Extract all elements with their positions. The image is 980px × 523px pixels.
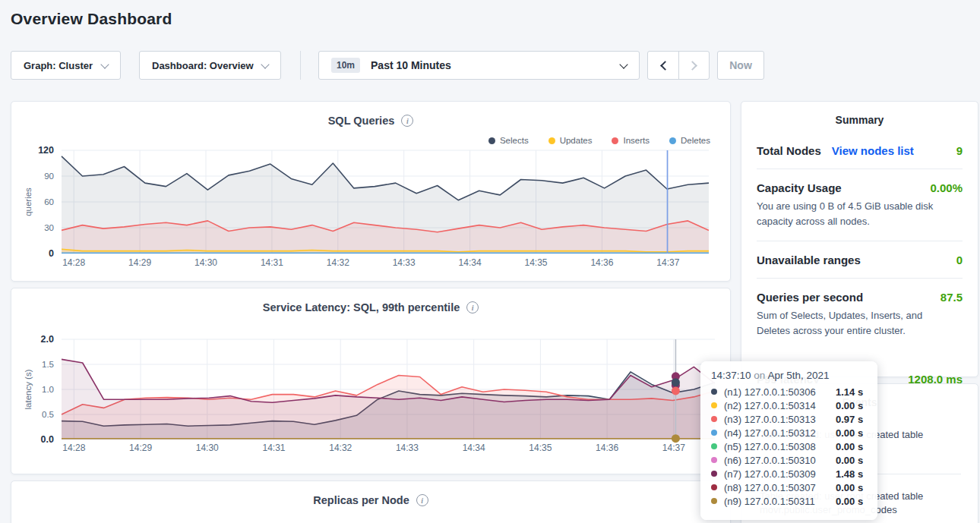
info-icon[interactable]: i xyxy=(416,494,428,506)
now-button-label: Now xyxy=(729,59,752,71)
capacity-usage-desc: You are using 0 B of 4.5 GiB usable disk… xyxy=(757,199,959,229)
info-icon[interactable]: i xyxy=(401,115,413,127)
svg-text:14:35: 14:35 xyxy=(529,443,552,453)
svg-text:14:35: 14:35 xyxy=(525,257,548,268)
service-latency-chart[interactable]: 0.00.51.01.52.014:2814:2914:3014:3114:32… xyxy=(22,331,729,465)
svg-text:14:36: 14:36 xyxy=(590,257,613,268)
legend-dot-icon xyxy=(488,137,495,144)
node-latency-value: 0.00 s xyxy=(836,482,863,493)
node-address: (n3) 127.0.0.1:50313 xyxy=(724,414,836,425)
sql-queries-card: SQL Queries i SelectsUpdatesInsertsDelet… xyxy=(11,101,731,282)
summary-row-total-nodes: Total Nodes View nodes list 9 xyxy=(757,126,963,157)
svg-text:0: 0 xyxy=(49,248,54,259)
tooltip-node-row: (n9) 127.0.0.1:503110.00 s xyxy=(711,494,868,508)
sql-queries-title: SQL Queries xyxy=(328,115,395,127)
node-color-dot-icon xyxy=(711,416,717,422)
tooltip-node-row: (n6) 127.0.0.1:503100.00 s xyxy=(711,453,868,467)
service-latency-title: Service Latency: SQL, 99th percentile xyxy=(263,301,460,313)
node-address: (n4) 127.0.0.1:50312 xyxy=(724,427,836,439)
node-color-dot-icon xyxy=(711,389,717,395)
svg-text:0.0: 0.0 xyxy=(41,434,54,445)
dashboard-controls: Graph: Cluster Dashboard: Overview 10m P… xyxy=(11,51,764,80)
info-icon[interactable]: i xyxy=(466,301,479,313)
node-color-dot-icon xyxy=(711,484,717,490)
service-latency-card: Service Latency: SQL, 99th percentile i … xyxy=(11,288,731,474)
node-address: (n6) 127.0.0.1:50310 xyxy=(724,455,836,466)
capacity-usage-label: Capacity Usage xyxy=(757,181,842,194)
node-latency-value: 0.00 s xyxy=(836,400,863,411)
node-address: (n2) 127.0.0.1:50314 xyxy=(724,400,836,411)
time-prev-button[interactable] xyxy=(648,52,678,79)
summary-title: Summary xyxy=(741,114,978,126)
tooltip-node-row: (n5) 127.0.0.1:503080.00 s xyxy=(711,440,868,453)
controls-divider xyxy=(300,51,301,80)
now-button[interactable]: Now xyxy=(717,51,764,80)
queries-per-second-label: Queries per second xyxy=(757,291,863,304)
svg-text:14:28: 14:28 xyxy=(62,257,85,268)
replicas-per-node-title: Replicas per Node xyxy=(313,494,409,506)
chevron-down-icon xyxy=(619,60,628,68)
chevron-down-icon xyxy=(261,60,269,68)
tooltip-timestamp: 14:37:10 on Apr 5th, 2021 xyxy=(711,370,868,381)
svg-text:14:31: 14:31 xyxy=(262,443,285,453)
svg-text:60: 60 xyxy=(44,197,54,206)
svg-text:2.0: 2.0 xyxy=(41,334,54,345)
legend-dot-icon xyxy=(612,137,618,144)
replicas-per-node-card: Replicas per Node i xyxy=(11,480,731,523)
summary-panel: Summary Total Nodes View nodes list 9 Ca… xyxy=(741,101,978,377)
tooltip-node-row: (n2) 127.0.0.1:503140.00 s xyxy=(711,399,868,412)
time-range-label: Past 10 Minutes xyxy=(371,59,451,71)
node-color-dot-icon xyxy=(711,443,717,449)
svg-text:14:32: 14:32 xyxy=(327,257,349,268)
time-step-buttons xyxy=(647,51,710,80)
node-latency-value: 0.00 s xyxy=(836,496,863,507)
node-color-dot-icon xyxy=(711,430,717,436)
graph-scope-label: Graph: Cluster xyxy=(24,60,93,71)
unavailable-ranges-value: 0 xyxy=(956,254,963,266)
graph-scope-dropdown[interactable]: Graph: Cluster xyxy=(11,51,121,80)
svg-text:1.5: 1.5 xyxy=(42,360,54,369)
tooltip-node-row: (n7) 127.0.0.1:503091.48 s xyxy=(711,467,868,480)
time-range-dropdown[interactable]: 10m Past 10 Minutes xyxy=(318,51,640,80)
node-latency-value: 0.00 s xyxy=(836,427,863,439)
svg-text:14:30: 14:30 xyxy=(194,257,217,268)
svg-text:14:34: 14:34 xyxy=(459,257,482,268)
svg-text:14:36: 14:36 xyxy=(596,443,618,453)
node-color-dot-icon xyxy=(711,471,717,477)
chart-hover-tooltip: 14:37:10 on Apr 5th, 2021 (n1) 127.0.0.1… xyxy=(700,361,877,520)
sql-queries-chart[interactable]: 030609012014:2814:2914:3014:3114:3214:33… xyxy=(22,144,721,278)
unavailable-ranges-label: Unavailable ranges xyxy=(757,254,861,266)
legend-dot-icon xyxy=(548,137,555,144)
node-address: (n7) 127.0.0.1:50309 xyxy=(724,468,836,480)
svg-text:14:28: 14:28 xyxy=(62,443,85,453)
total-nodes-label: Total Nodes xyxy=(757,144,821,157)
node-latency-value: 1.14 s xyxy=(836,386,863,398)
queries-per-second-value: 87.5 xyxy=(940,291,963,304)
svg-text:queries: queries xyxy=(24,187,33,216)
time-next-button[interactable] xyxy=(678,52,709,79)
svg-text:14:37: 14:37 xyxy=(662,443,685,453)
dashboard-select-label: Dashboard: Overview xyxy=(152,60,254,71)
svg-text:14:33: 14:33 xyxy=(396,443,419,453)
node-address: (n9) 127.0.0.1:50311 xyxy=(724,496,836,507)
svg-text:90: 90 xyxy=(44,172,54,181)
node-color-dot-icon xyxy=(711,402,717,408)
svg-text:30: 30 xyxy=(44,223,54,232)
page-title: Overview Dashboard xyxy=(11,10,172,28)
svg-text:0.5: 0.5 xyxy=(42,410,54,419)
node-latency-value: 0.00 s xyxy=(836,441,863,452)
svg-text:14:29: 14:29 xyxy=(128,257,151,268)
tooltip-node-row: (n1) 127.0.0.1:503061.14 s xyxy=(711,385,868,399)
queries-per-second-desc: Sum of Selects, Updates, Inserts, and De… xyxy=(757,308,959,339)
tooltip-node-row: (n3) 127.0.0.1:503130.97 s xyxy=(711,412,868,426)
svg-text:14:32: 14:32 xyxy=(329,443,352,453)
svg-text:14:33: 14:33 xyxy=(393,257,416,268)
node-address: (n8) 127.0.0.1:50307 xyxy=(724,482,836,493)
view-nodes-list-link[interactable]: View nodes list xyxy=(832,144,914,157)
node-color-dot-icon xyxy=(711,457,717,463)
summary-row-qps: Queries per second 87.5 xyxy=(757,279,963,304)
svg-text:14:31: 14:31 xyxy=(261,257,283,268)
dashboard-select-dropdown[interactable]: Dashboard: Overview xyxy=(139,51,281,80)
svg-text:latency (s): latency (s) xyxy=(24,369,33,409)
svg-text:1.0: 1.0 xyxy=(42,385,54,394)
